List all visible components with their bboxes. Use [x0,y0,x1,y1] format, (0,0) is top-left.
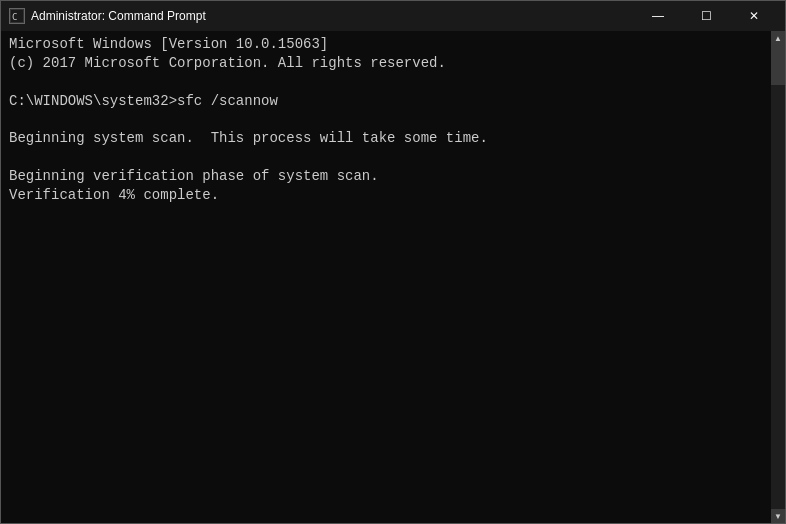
console-area: Microsoft Windows [Version 10.0.15063] (… [1,31,785,523]
scroll-up-arrow[interactable]: ▲ [771,31,785,45]
scroll-down-arrow[interactable]: ▼ [771,509,785,523]
maximize-button[interactable]: ☐ [683,4,729,28]
scrollbar-thumb[interactable] [771,45,785,85]
console-content[interactable]: Microsoft Windows [Version 10.0.15063] (… [1,31,771,523]
title-bar-left: C Administrator: Command Prompt [9,8,206,24]
command-prompt-window: C Administrator: Command Prompt — ☐ ✕ Mi… [0,0,786,524]
window-title: Administrator: Command Prompt [31,9,206,23]
close-button[interactable]: ✕ [731,4,777,28]
title-bar: C Administrator: Command Prompt — ☐ ✕ [1,1,785,31]
svg-text:C: C [12,12,17,22]
scrollbar-track[interactable] [771,45,785,509]
minimize-button[interactable]: — [635,4,681,28]
console-output: Microsoft Windows [Version 10.0.15063] (… [9,35,763,205]
title-bar-controls: — ☐ ✕ [635,4,777,28]
cmd-icon: C [9,8,25,24]
scrollbar[interactable]: ▲ ▼ [771,31,785,523]
